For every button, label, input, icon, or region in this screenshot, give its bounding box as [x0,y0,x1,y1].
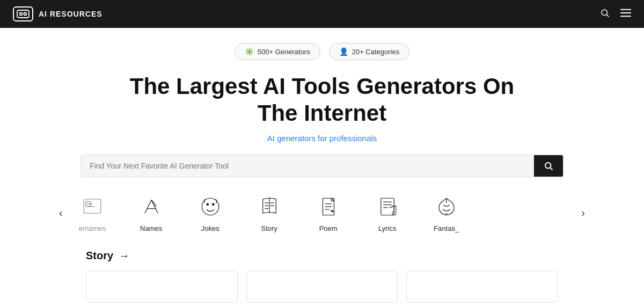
generators-icon: ✳️ [245,47,254,56]
names-label: Names [140,224,162,232]
categories-list: ernames Names [68,193,576,232]
svg-line-9 [550,167,552,170]
brand-text: AI RESOURCES [39,10,103,18]
story-label: Story [261,224,277,232]
lyrics-label: Lyrics [378,224,396,232]
poem-label: Poem [319,224,338,232]
category-fantasy[interactable]: Fantas_ [428,193,465,232]
svg-rect-0 [17,10,29,18]
hero-subtitle: AI generators for professionals [267,134,377,143]
hero-title: The Largest AI Tools Generators On The I… [130,73,514,127]
categories-label: 20+ Categories [352,48,400,56]
category-poem[interactable]: Poem [310,193,347,232]
category-names[interactable]: Names [133,193,170,232]
generators-label: 500+ Generators [258,48,310,56]
brand-logo [13,6,33,21]
scroll-right-button[interactable]: › [576,207,590,219]
svg-point-8 [545,163,551,169]
story-heading-text: Story [86,250,113,262]
names-icon [138,193,165,220]
categories-badge: 👤 20+ Categories [329,43,410,60]
hero-title-line1: The Largest AI Tools Generators On [130,74,514,99]
search-input[interactable] [81,155,534,177]
usernames-icon [79,193,106,220]
lyrics-icon [374,193,401,220]
main-content: ✳️ 500+ Generators 👤 20+ Categories The … [0,28,644,303]
story-heading: Story → [86,250,558,262]
badges-row: ✳️ 500+ Generators 👤 20+ Categories [235,43,409,60]
category-section: ‹ ernames [54,193,590,232]
svg-point-3 [602,10,608,16]
svg-point-15 [202,198,219,215]
hero-title-line2: The Internet [258,100,386,126]
svg-point-16 [207,203,209,206]
usernames-label: ernames [78,224,106,232]
story-section: Story → [0,250,644,303]
nav-icons [600,8,631,20]
search-bar [80,155,564,177]
categories-icon: 👤 [339,47,348,56]
jokes-icon [197,193,224,220]
search-button[interactable] [534,155,563,177]
story-card-1 [86,271,238,303]
fantasy-icon [433,193,460,220]
story-card-3 [406,271,558,303]
generators-badge: ✳️ 500+ Generators [235,43,320,60]
story-icon [256,193,283,220]
jokes-label: Jokes [201,224,219,232]
story-heading-arrow: → [119,250,129,262]
poem-icon [315,193,342,220]
svg-point-2 [24,13,27,16]
menu-icon[interactable] [620,9,631,20]
category-lyrics[interactable]: Lyrics [369,193,406,232]
story-cards [86,271,558,303]
brand[interactable]: AI RESOURCES [13,6,103,21]
scroll-left-button[interactable]: ‹ [54,207,68,219]
svg-point-17 [212,203,214,206]
category-usernames[interactable]: ernames [74,193,111,232]
fantasy-label: Fantas_ [434,224,459,232]
story-card-2 [246,271,398,303]
svg-point-1 [20,13,23,16]
navbar: AI RESOURCES [0,0,644,28]
category-story[interactable]: Story [251,193,288,232]
category-jokes[interactable]: Jokes [192,193,229,232]
search-icon[interactable] [600,8,610,20]
svg-line-4 [606,14,609,17]
